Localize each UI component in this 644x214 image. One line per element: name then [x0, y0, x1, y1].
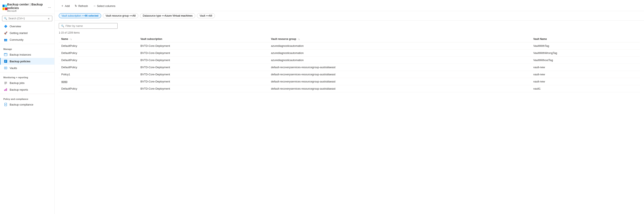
- cell-name: DefaultPolicy: [59, 64, 138, 71]
- cell-vault-name: VaultWithWrongTag: [531, 50, 640, 57]
- collapse-button[interactable]: «: [47, 17, 50, 20]
- table-header-row: Name ↑↓ Vault subscription Vault resourc…: [59, 36, 640, 42]
- cell-resource-group: azurediagnosticautomation: [268, 57, 531, 64]
- cell-vault-name: vault1: [531, 85, 640, 92]
- cell-resource-group: azurediagnosticautomation: [268, 50, 531, 57]
- filter-input-wrapper[interactable]: 🔍: [59, 23, 118, 29]
- svg-point-3: [5, 54, 6, 54]
- sidebar-item-getting-started[interactable]: 🚀 Getting started: [0, 30, 54, 36]
- col-header-vault-name[interactable]: Vault Name: [531, 36, 640, 42]
- monitoring-section-label: Monitoring + reporting: [0, 73, 54, 80]
- col-header-resource-group[interactable]: Vault resource group ↑↓: [268, 36, 531, 42]
- content-area: 🔍 1-15 of 1209 items Name ↑↓ Vault subsc…: [54, 20, 644, 214]
- sidebar-item-community[interactable]: 👥 Community: [0, 36, 54, 43]
- add-icon: ＋: [61, 4, 64, 8]
- sidebar-item-overview-label: Overview: [10, 25, 21, 28]
- table-row[interactable]: DefaultPolicy BVTD-Core-Deployment defau…: [59, 64, 640, 71]
- search-input[interactable]: [8, 17, 46, 20]
- sidebar-item-backup-reports-label: Backup reports: [10, 88, 28, 91]
- sidebar-item-overview[interactable]: 🔷 Overview: [0, 23, 54, 30]
- cell-vault-name: vault-new: [531, 78, 640, 85]
- cell-name: Policy1: [59, 71, 138, 78]
- cell-vault-name: VaultWithTag: [531, 42, 640, 50]
- cell-resource-group: azurediagnosticautomation: [268, 42, 531, 50]
- sidebar-item-backup-policies-label: Backup policies: [10, 60, 30, 63]
- backup-reports-icon: [4, 88, 8, 92]
- sort-name-icon[interactable]: ↑↓: [70, 38, 72, 40]
- add-button[interactable]: ＋ Add: [59, 3, 72, 9]
- getting-started-icon: 🚀: [4, 31, 8, 35]
- cell-resource-group: default-recoveryservices-resourcegroup-a…: [268, 71, 531, 78]
- search-bar[interactable]: 🔍 «: [2, 16, 52, 21]
- filter-row: Vault subscription == 66 selected Vault …: [54, 11, 644, 20]
- table-row[interactable]: gggg BVTD-Core-Deployment default-recove…: [59, 78, 640, 85]
- cell-name: DefaultPolicy: [59, 42, 138, 50]
- cell-subscription: BVTD-Core-Deployment: [138, 85, 268, 92]
- filter-datasource-type[interactable]: Datasource type == Azure Virtual machine…: [140, 13, 195, 18]
- svg-rect-16: [6, 88, 7, 91]
- divider-policy: [0, 94, 54, 94]
- manage-section-label: Manage: [0, 45, 54, 51]
- cell-subscription: BVTD-Core-Deployment: [138, 57, 268, 64]
- toolbar: ＋ Add ↻ Refresh → Select columns: [59, 3, 640, 11]
- select-columns-button[interactable]: → Select columns: [91, 3, 118, 8]
- sidebar-item-backup-compliance-label: Backup compliance: [10, 103, 34, 106]
- table-row[interactable]: DefaultPolicy BVTD-Core-Deployment azure…: [59, 50, 640, 57]
- filter-resource-group[interactable]: Vault resource group == All: [103, 13, 138, 18]
- cell-subscription: BVTD-Core-Deployment: [138, 78, 268, 85]
- columns-icon: →: [93, 4, 96, 8]
- sidebar-item-vaults[interactable]: Vaults: [0, 64, 54, 71]
- more-options-icon[interactable]: ···: [48, 5, 51, 10]
- cell-name: gggg: [59, 78, 138, 85]
- cell-resource-group: default-recoveryservices-resourcegroup-a…: [268, 78, 531, 85]
- app-title-group: Backup center | Backup policies Microsof…: [7, 2, 48, 12]
- cell-subscription: BVTD-Core-Deployment: [138, 50, 268, 57]
- filter-search-icon: 🔍: [61, 24, 64, 28]
- search-filter-row: 🔍: [59, 20, 640, 30]
- sidebar-item-backup-compliance[interactable]: Backup compliance: [0, 101, 54, 108]
- backup-instances-icon: [4, 53, 8, 56]
- backup-compliance-icon: [4, 102, 8, 106]
- divider-monitoring: [0, 72, 54, 72]
- main-header: ＋ Add ↻ Refresh → Select columns: [54, 0, 644, 11]
- sidebar-item-backup-reports[interactable]: Backup reports: [0, 86, 54, 93]
- sidebar-item-backup-policies[interactable]: Backup policies: [0, 58, 54, 64]
- table-row[interactable]: Policy1 BVTD-Core-Deployment default-rec…: [59, 71, 640, 78]
- svg-rect-8: [4, 67, 7, 69]
- col-header-name[interactable]: Name ↑↓: [59, 36, 138, 42]
- sidebar: Backup center | Backup policies Microsof…: [0, 0, 54, 214]
- table-row[interactable]: DefaultPolicy BVTD-Core-Deployment azure…: [59, 57, 640, 64]
- cell-vault-name: VaultWithoutTag: [531, 57, 640, 64]
- item-count: 1-15 of 1209 items: [59, 30, 640, 36]
- refresh-icon: ↻: [75, 4, 77, 8]
- app-subtitle: Microsoft: [7, 10, 48, 12]
- sidebar-item-vaults-label: Vaults: [10, 66, 17, 70]
- filter-by-name-input[interactable]: [66, 24, 115, 28]
- table-row[interactable]: DefaultPolicy BVTD-Core-Deployment azure…: [59, 42, 640, 50]
- refresh-button[interactable]: ↻ Refresh: [73, 3, 90, 8]
- filter-subscription[interactable]: Vault subscription == 66 selected: [59, 13, 101, 18]
- sidebar-item-backup-jobs[interactable]: Backup jobs: [0, 80, 54, 86]
- community-icon: 👥: [4, 38, 8, 42]
- filter-vault[interactable]: Vault == All: [197, 13, 215, 18]
- svg-point-2: [4, 54, 5, 54]
- svg-rect-0: [4, 53, 7, 56]
- svg-rect-17: [4, 103, 7, 106]
- sidebar-item-getting-started-label: Getting started: [10, 32, 28, 34]
- cell-subscription: BVTD-Core-Deployment: [138, 64, 268, 71]
- overview-icon: 🔷: [4, 24, 8, 28]
- cell-name: DefaultPolicy: [59, 50, 138, 57]
- table-row[interactable]: DefaultPolicy BVTD-Core-Deployment defau…: [59, 85, 640, 92]
- sort-rg-icon[interactable]: ↑↓: [298, 38, 300, 40]
- sidebar-item-backup-instances[interactable]: Backup instances: [0, 51, 54, 58]
- cell-resource-group: default-recoveryservices-resourcegroup-a…: [268, 85, 531, 92]
- cell-resource-group: default-recoveryservices-resourcegroup-a…: [268, 64, 531, 71]
- svg-rect-14: [4, 90, 5, 91]
- svg-point-9: [5, 68, 6, 68]
- divider-manage: [0, 44, 54, 44]
- cell-vault-name: vault-new: [531, 71, 640, 78]
- col-header-subscription[interactable]: Vault subscription: [138, 36, 268, 42]
- backup-policies-icon: [4, 59, 8, 63]
- cell-subscription: BVTD-Core-Deployment: [138, 42, 268, 50]
- cell-subscription: BVTD-Core-Deployment: [138, 71, 268, 78]
